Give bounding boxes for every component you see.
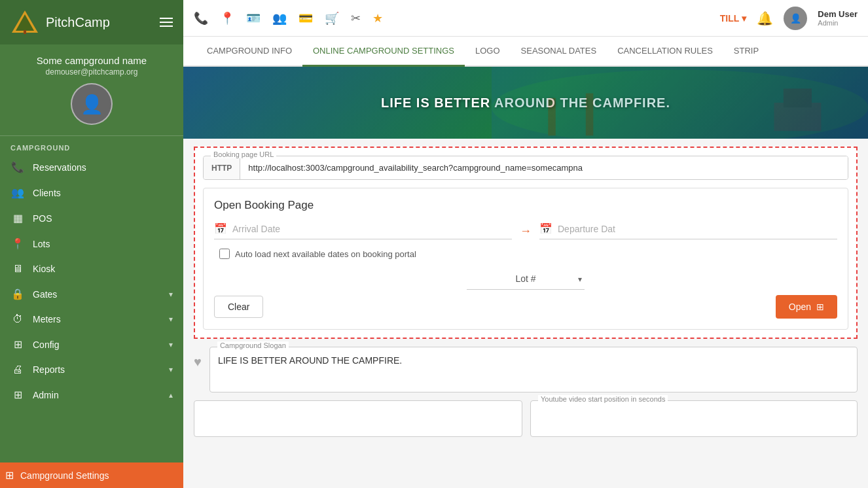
scissors-icon[interactable]: ✂ xyxy=(351,11,361,26)
youtube-input[interactable] xyxy=(530,400,858,437)
card-icon[interactable]: 🪪 xyxy=(246,11,261,26)
youtube-section: Youtube video start position in seconds xyxy=(194,400,858,437)
till-selector[interactable]: TILL ▾ xyxy=(720,13,747,24)
star-icon[interactable]: ★ xyxy=(372,11,383,26)
main-content: 📞 📍 🪪 👥 💳 🛒 ✂ ★ TILL ▾ 🔔 👤 Dem User Admi… xyxy=(183,0,868,488)
chevron-down-icon: ▾ xyxy=(169,290,173,299)
sidebar-section-label: CAMPGROUND xyxy=(0,136,183,154)
tab-cancellation-rules[interactable]: CANCELLATION RULES xyxy=(607,37,723,67)
sidebar-item-admin[interactable]: ⊞ Admin ▴ xyxy=(0,382,183,408)
notification-bell-icon[interactable]: 🔔 xyxy=(757,10,773,26)
arrival-date-placeholder: Arrival Date xyxy=(232,224,280,234)
user-display-name: Dem User xyxy=(818,9,858,19)
tabs-bar: CAMPGROUND INFO ONLINE CAMPGROUND SETTIN… xyxy=(183,37,868,67)
sidebar-item-label: POS xyxy=(33,213,52,224)
chevron-down-icon: ▾ xyxy=(169,365,173,374)
slogan-field-wrapper: Campground Slogan LIFE IS BETTER AROUND … xyxy=(209,347,858,395)
svg-rect-6 xyxy=(586,94,594,136)
sidebar-item-pos[interactable]: ▦ POS xyxy=(0,205,183,231)
open-external-icon: ⊞ xyxy=(816,302,824,312)
user-info: Dem User Admin xyxy=(818,9,858,27)
svg-rect-5 xyxy=(548,98,556,136)
user-section: Some campground name demouser@pitchcamp.… xyxy=(0,44,183,136)
config-icon: ⊞ xyxy=(10,338,25,351)
youtube-label-wrapper: Youtube video start position in seconds xyxy=(530,400,858,437)
till-label: TILL xyxy=(720,13,740,24)
meters-icon: ⏱ xyxy=(10,313,25,325)
topbar: 📞 📍 🪪 👥 💳 🛒 ✂ ★ TILL ▾ 🔔 👤 Dem User Admi… xyxy=(183,0,868,37)
till-chevron-icon: ▾ xyxy=(742,13,746,24)
autoload-checkbox[interactable] xyxy=(219,249,230,259)
sidebar-item-label: Config xyxy=(33,340,59,350)
lots-icon: 📍 xyxy=(10,237,25,250)
kiosk-icon: 🖥 xyxy=(10,263,25,275)
booking-card: Open Booking Page 📅 Arrival Date → 📅 Dep… xyxy=(203,188,848,330)
sidebar-item-kiosk[interactable]: 🖥 Kiosk xyxy=(0,256,183,281)
booking-section: Booking page URL HTTP Open Booking Page … xyxy=(194,147,858,339)
sidebar: PitchCamp Some campground name demouser@… xyxy=(0,0,183,488)
campground-settings-button[interactable]: ⊞ Campground Settings xyxy=(0,462,183,488)
sidebar-item-reservations[interactable]: 📞 Reservations xyxy=(0,154,183,180)
sidebar-item-config[interactable]: ⊞ Config ▾ xyxy=(0,332,183,357)
topbar-right: TILL ▾ 🔔 👤 Dem User Admin xyxy=(720,7,858,30)
sidebar-item-clients[interactable]: 👥 Clients xyxy=(0,180,183,205)
slogan-label: Campground Slogan xyxy=(217,341,289,349)
admin-icon: ⊞ xyxy=(10,389,25,401)
content-area: LIFE IS BETTER AROUND THE CAMPFIRE. Book… xyxy=(183,67,868,488)
sidebar-item-lots[interactable]: 📍 Lots xyxy=(0,231,183,256)
clients-icon: 👥 xyxy=(10,186,25,199)
sidebar-item-gates[interactable]: 🔒 Gates ▾ xyxy=(0,281,183,307)
people-icon[interactable]: 👥 xyxy=(272,11,287,26)
open-button[interactable]: Open ⊞ xyxy=(776,295,837,319)
clear-button[interactable]: Clear xyxy=(214,296,263,318)
reports-icon: 🖨 xyxy=(10,364,25,375)
http-prefix-label: HTTP xyxy=(204,157,240,179)
sidebar-item-label: Reservations xyxy=(33,162,86,173)
campground-name: Some campground name xyxy=(10,55,173,66)
slogan-textarea[interactable]: LIFE IS BETTER AROUND THE CAMPFIRE. xyxy=(209,347,858,392)
hamburger-menu[interactable] xyxy=(160,18,173,27)
tab-logo[interactable]: LOGO xyxy=(465,37,511,67)
sidebar-item-reports[interactable]: 🖨 Reports ▾ xyxy=(0,357,183,382)
lot-select[interactable]: Lot # xyxy=(467,268,585,290)
departure-date-field[interactable]: 📅 Departure Dat xyxy=(539,222,837,239)
user-avatar: 👤 xyxy=(784,7,807,30)
sidebar-item-label: Admin xyxy=(33,390,59,400)
settings-icon: ⊞ xyxy=(5,469,14,481)
phone-icon[interactable]: 📞 xyxy=(194,11,208,26)
user-role: Admin xyxy=(818,19,858,27)
departure-date-placeholder: Departure Dat xyxy=(558,224,615,234)
svg-rect-8 xyxy=(784,88,812,107)
action-row: Clear Open ⊞ xyxy=(214,295,837,319)
banner-image: LIFE IS BETTER AROUND THE CAMPFIRE. xyxy=(183,67,868,139)
tab-seasonal-dates[interactable]: SEASONAL DATES xyxy=(511,37,607,67)
credit-card-icon[interactable]: 💳 xyxy=(298,11,313,26)
location-icon[interactable]: 📍 xyxy=(220,11,234,26)
user-email: demouser@pitchcamp.org xyxy=(10,67,173,77)
logo-icon xyxy=(10,8,39,37)
autoload-checkbox-label: Auto load next available dates on bookin… xyxy=(235,249,416,259)
sidebar-item-label: Gates xyxy=(33,289,57,300)
youtube-url-field xyxy=(194,400,522,437)
sidebar-item-meters[interactable]: ⏱ Meters ▾ xyxy=(0,307,183,332)
arrival-date-field[interactable]: 📅 Arrival Date xyxy=(214,222,512,239)
pos-icon: ▦ xyxy=(10,212,25,224)
tab-strip[interactable]: STRIP xyxy=(723,37,769,67)
app-title: PitchCamp xyxy=(46,15,110,30)
sidebar-header: PitchCamp xyxy=(0,0,183,44)
tab-online-settings[interactable]: ONLINE CAMPGROUND SETTINGS xyxy=(302,37,465,67)
sidebar-item-label: Reports xyxy=(33,364,65,375)
sidebar-item-label: Clients xyxy=(33,188,61,198)
lot-select-container: Lot # ▾ xyxy=(467,268,585,290)
youtube-label: Youtube video start position in seconds xyxy=(538,395,668,403)
booking-url-input[interactable] xyxy=(240,156,848,179)
phone-icon: 📞 xyxy=(10,161,25,173)
cart-icon[interactable]: 🛒 xyxy=(325,11,339,26)
lot-select-wrapper: Lot # ▾ xyxy=(214,268,837,290)
tab-campground-info[interactable]: CAMPGROUND INFO xyxy=(196,37,302,67)
url-row: HTTP xyxy=(203,156,848,180)
chevron-down-icon: ▾ xyxy=(169,340,173,349)
gates-icon: 🔒 xyxy=(10,288,25,300)
sidebar-item-label: Lots xyxy=(33,239,50,249)
chevron-up-icon: ▴ xyxy=(169,391,173,400)
